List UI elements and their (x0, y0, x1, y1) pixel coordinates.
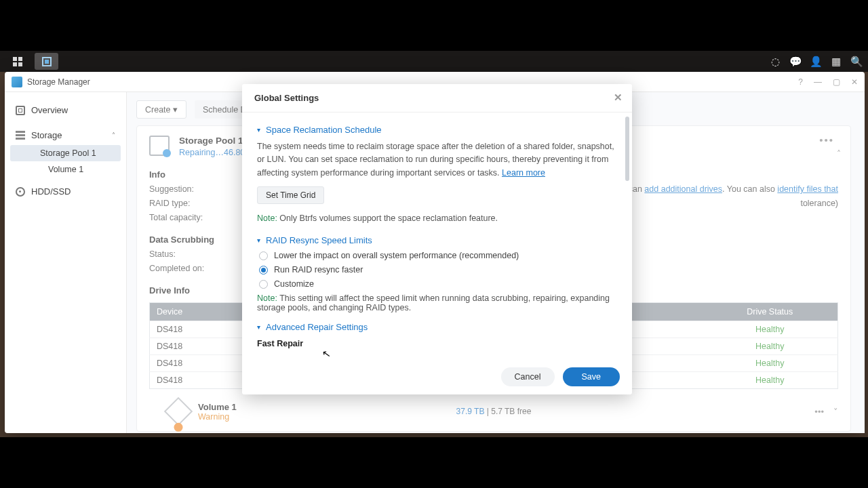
system-taskbar: ◌ 💬 👤 ▦ 🔍 (0, 51, 868, 72)
radio-icon (259, 280, 268, 289)
chevron-up-icon: ˄ (112, 131, 115, 139)
overview-icon (16, 106, 25, 115)
resync-option-lower[interactable]: Lower the impact on overall system perfo… (259, 251, 617, 260)
svg-rect-0 (13, 57, 17, 61)
resync-option-faster[interactable]: Run RAID resync faster (259, 265, 617, 274)
sidebar: Overview Storage ˄ Storage Pool 1 Volume… (5, 92, 127, 433)
search-icon[interactable]: 🔍 (850, 56, 863, 68)
space-reclamation-desc: The system needs time to reclaim storage… (257, 140, 617, 180)
user-icon[interactable]: 👤 (810, 56, 822, 68)
svg-rect-1 (18, 57, 22, 61)
sidebar-item-pool1[interactable]: Storage Pool 1 (10, 145, 121, 161)
maximize-button[interactable]: ▢ (833, 77, 840, 87)
svg-rect-2 (13, 62, 17, 66)
sidebar-label: Storage (31, 130, 62, 140)
note-resync: Note: This setting will affect the speed… (257, 293, 617, 312)
svg-rect-5 (45, 60, 49, 64)
window-title: Storage Manager (27, 77, 90, 87)
cancel-button[interactable]: Cancel (501, 367, 555, 386)
radio-icon (259, 251, 268, 260)
sidebar-label: Overview (31, 105, 68, 115)
chevron-down-icon: ▾ (257, 237, 260, 244)
app-icon (12, 77, 22, 87)
chevron-down-icon: ▾ (257, 126, 260, 134)
section-space-reclamation[interactable]: ▾ Space Reclamation Schedule (257, 125, 617, 135)
sidebar-item-hdd[interactable]: HDD/SSD (10, 182, 121, 201)
minimize-button[interactable]: — (814, 77, 822, 87)
close-window-button[interactable]: ✕ (851, 77, 858, 87)
fast-repair-heading: Fast Repair (257, 339, 617, 348)
save-button[interactable]: Save (563, 367, 620, 386)
note-btrfs: Note: Only Btrfs volumes support the spa… (257, 214, 617, 223)
sidebar-item-volume1[interactable]: Volume 1 (10, 161, 121, 178)
chat-icon[interactable]: 💬 (789, 56, 802, 68)
modal-title: Global Settings ✕ (242, 84, 632, 113)
section-raid-resync[interactable]: ▾ RAID Resync Speed Limits (257, 235, 617, 245)
set-time-grid-button[interactable]: Set Time Grid (257, 186, 324, 204)
global-settings-modal: Global Settings ✕ ▾ Space Reclamation Sc… (242, 84, 632, 394)
disk-icon (16, 187, 25, 197)
sidebar-item-overview[interactable]: Overview (10, 100, 121, 120)
resync-option-customize[interactable]: Customize (259, 279, 617, 289)
section-advanced-repair[interactable]: ▾ Advanced Repair Settings (257, 322, 617, 332)
help-button[interactable]: ? (798, 77, 803, 87)
grid-apps-button[interactable] (5, 53, 29, 70)
dashboard-icon[interactable]: ▦ (830, 56, 842, 68)
sidebar-item-storage[interactable]: Storage ˄ (10, 125, 121, 145)
radio-icon (259, 266, 268, 274)
svg-rect-3 (18, 62, 22, 66)
chevron-down-icon: ▾ (257, 323, 260, 331)
storage-manager-task[interactable] (35, 53, 58, 70)
storage-icon (16, 131, 25, 140)
sidebar-label: HDD/SSD (31, 186, 71, 197)
loading-icon: ◌ (769, 56, 781, 68)
learn-more-link[interactable]: Learn more (502, 168, 545, 178)
close-icon[interactable]: ✕ (614, 92, 623, 104)
scrollbar[interactable] (625, 117, 629, 279)
